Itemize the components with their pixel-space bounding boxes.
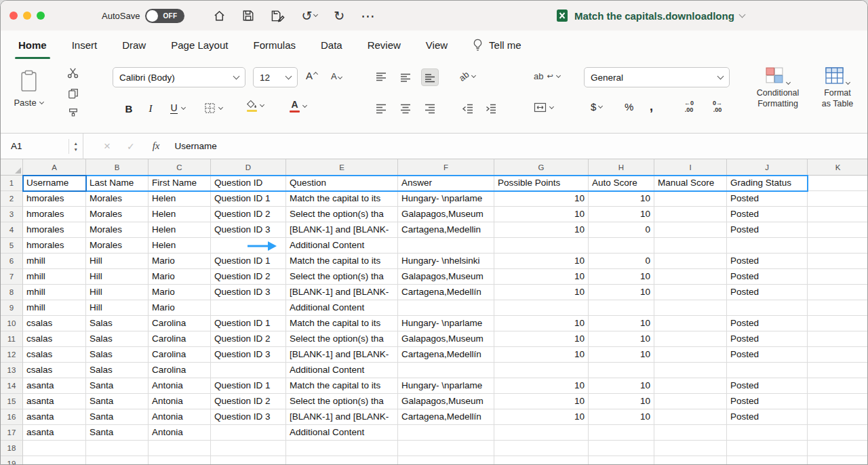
cell-J13[interactable] <box>727 363 808 378</box>
cell-D5[interactable] <box>211 238 286 254</box>
cell-C15[interactable]: Antonia <box>149 394 211 409</box>
row-header-19[interactable]: 19 <box>1 456 23 464</box>
cell-F10[interactable]: Hungary- \nparlame <box>398 316 494 331</box>
cell-G17[interactable] <box>494 425 589 441</box>
cell-D3[interactable]: Question ID 2 <box>211 207 286 222</box>
cell-I7[interactable] <box>654 269 727 285</box>
cell-B16[interactable]: Santa <box>86 409 149 425</box>
bold-button[interactable]: B <box>120 100 138 117</box>
cell-E15[interactable]: Select the option(s) tha <box>286 394 398 409</box>
cell-H10[interactable]: 10 <box>589 316 654 331</box>
document-title-area[interactable]: Match the capitals.downloadlong <box>555 1 745 31</box>
row-header-16[interactable]: 16 <box>1 409 23 425</box>
cell-C10[interactable]: Carolina <box>149 316 211 331</box>
cell-B14[interactable]: Santa <box>86 378 149 394</box>
cell-E7[interactable]: Select the option(s) tha <box>286 269 398 285</box>
cell-G15[interactable]: 10 <box>494 394 589 409</box>
cell-A14[interactable]: asanta <box>23 378 86 394</box>
cell-G10[interactable]: 10 <box>494 316 589 331</box>
column-header-J[interactable]: J <box>727 159 808 176</box>
cell-H14[interactable]: 10 <box>589 378 654 394</box>
cell-K3[interactable] <box>808 207 868 222</box>
cell-K10[interactable] <box>808 316 868 331</box>
cell-K6[interactable] <box>808 254 868 269</box>
cell-A6[interactable]: mhill <box>23 254 86 269</box>
more-commands-button[interactable]: ⋯ <box>361 9 375 23</box>
column-header-I[interactable]: I <box>654 159 727 176</box>
cell-I10[interactable] <box>654 316 727 331</box>
cell-A19[interactable] <box>23 456 86 464</box>
cell-B4[interactable]: Morales <box>86 222 149 238</box>
cell-K8[interactable] <box>808 285 868 300</box>
cell-J8[interactable]: Posted <box>727 285 808 300</box>
cell-K13[interactable] <box>808 363 868 378</box>
cell-A18[interactable] <box>23 441 86 456</box>
cell-F16[interactable]: Cartagena,Medellín <box>398 409 494 425</box>
cancel-entry-button[interactable]: × <box>104 140 111 152</box>
cell-J9[interactable] <box>727 300 808 316</box>
column-header-H[interactable]: H <box>589 159 654 176</box>
row-header-13[interactable]: 13 <box>1 363 23 378</box>
cell-I2[interactable] <box>654 191 727 207</box>
cell-D16[interactable]: Question ID 3 <box>211 409 286 425</box>
cell-F2[interactable]: Hungary- \nparlame <box>398 191 494 207</box>
italic-button[interactable]: I <box>142 100 159 117</box>
row-header-3[interactable]: 3 <box>1 207 23 222</box>
cell-A4[interactable]: hmorales <box>23 222 86 238</box>
decrease-indent-button[interactable] <box>459 100 477 117</box>
cell-G11[interactable]: 10 <box>494 331 589 347</box>
cell-I17[interactable] <box>654 425 727 441</box>
cell-D13[interactable] <box>211 363 286 378</box>
cell-B15[interactable]: Santa <box>86 394 149 409</box>
font-color-button[interactable]: A <box>290 100 307 113</box>
cell-I14[interactable] <box>654 378 727 394</box>
cell-H19[interactable] <box>589 456 654 464</box>
cell-C4[interactable]: Helen <box>149 222 211 238</box>
cell-E17[interactable]: Additional Content <box>286 425 398 441</box>
cell-G7[interactable]: 10 <box>494 269 589 285</box>
cell-G13[interactable] <box>494 363 589 378</box>
cell-B1[interactable]: Last Name <box>86 176 149 191</box>
cell-C9[interactable]: Mario <box>149 300 211 316</box>
cell-J3[interactable]: Posted <box>727 207 808 222</box>
cell-F6[interactable]: Hungary- \nhelsinki <box>398 254 494 269</box>
tab-home[interactable]: Home <box>18 31 47 59</box>
cell-C17[interactable]: Antonia <box>149 425 211 441</box>
save-as-button[interactable] <box>271 9 285 22</box>
tab-insert[interactable]: Insert <box>72 31 98 59</box>
cell-J5[interactable] <box>727 238 808 254</box>
cell-A9[interactable]: mhill <box>23 300 86 316</box>
tab-page-layout[interactable]: Page Layout <box>171 31 228 59</box>
cell-G19[interactable] <box>494 456 589 464</box>
decrease-decimal-button[interactable]: 0→ .00 <box>713 100 722 113</box>
cell-E10[interactable]: Match the capital to its <box>286 316 398 331</box>
cell-D2[interactable]: Question ID 1 <box>211 191 286 207</box>
cell-G2[interactable]: 10 <box>494 191 589 207</box>
cell-H17[interactable] <box>589 425 654 441</box>
cell-E8[interactable]: [BLANK-1] and [BLANK- <box>286 285 398 300</box>
cell-B8[interactable]: Hill <box>86 285 149 300</box>
cell-I13[interactable] <box>654 363 727 378</box>
cell-H18[interactable] <box>589 441 654 456</box>
stepper-down-icon[interactable]: ▼ <box>74 147 78 152</box>
row-header-5[interactable]: 5 <box>1 238 23 254</box>
cell-A17[interactable]: asanta <box>23 425 86 441</box>
copy-button[interactable] <box>68 87 79 101</box>
cell-H3[interactable]: 10 <box>589 207 654 222</box>
cell-C1[interactable]: First Name <box>149 176 211 191</box>
cell-E19[interactable] <box>286 456 398 464</box>
select-all-corner[interactable] <box>1 159 23 176</box>
cell-B7[interactable]: Hill <box>86 269 149 285</box>
comma-format-button[interactable]: , <box>650 100 653 114</box>
conditional-formatting-button[interactable]: Conditional Formatting <box>748 64 808 109</box>
cell-C7[interactable]: Mario <box>149 269 211 285</box>
format-as-table-button[interactable]: Format as Table <box>814 64 861 109</box>
cell-C16[interactable]: Antonia <box>149 409 211 425</box>
cell-E14[interactable]: Match the capital to its <box>286 378 398 394</box>
cell-J2[interactable]: Posted <box>727 191 808 207</box>
cell-F19[interactable] <box>398 456 494 464</box>
cell-F5[interactable] <box>398 238 494 254</box>
percent-format-button[interactable]: % <box>625 101 633 113</box>
cell-C2[interactable]: Helen <box>149 191 211 207</box>
cell-F11[interactable]: Galapagos,Museum <box>398 331 494 347</box>
